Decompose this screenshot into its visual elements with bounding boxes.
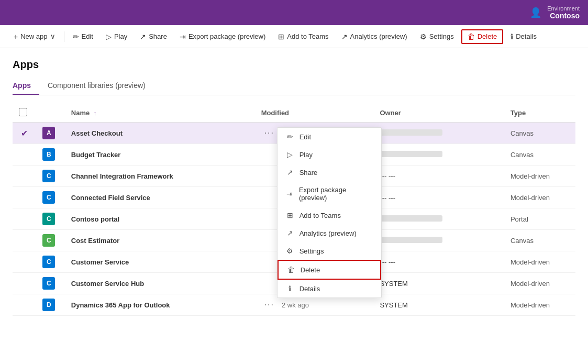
owner-blurred bbox=[380, 215, 442, 222]
row-owner-cell: --- --- bbox=[373, 187, 504, 208]
row-check-cell bbox=[13, 230, 36, 251]
app-type: Model-driven bbox=[511, 172, 550, 180]
context-menu-item-analytics[interactable]: ↗Analytics (preview) bbox=[278, 224, 381, 242]
context-menu-item-export-package[interactable]: ⇥Export package (preview) bbox=[278, 181, 381, 206]
row-name-cell: Customer Service bbox=[65, 251, 255, 273]
app-icon: C bbox=[42, 213, 55, 225]
tab-component-libraries[interactable]: Component libraries (preview) bbox=[48, 77, 154, 95]
toolbar-sep-1 bbox=[64, 31, 64, 42]
analytics-icon: ↗ bbox=[341, 32, 348, 41]
context-menu-item-share[interactable]: ↗Share bbox=[278, 163, 381, 181]
row-icon-cell: B bbox=[36, 144, 64, 166]
context-menu-item-add-to-teams[interactable]: ⊞Add to Teams bbox=[278, 206, 381, 224]
new-app-label: New app bbox=[20, 32, 47, 40]
analytics-button[interactable]: ↗ Analytics (preview) bbox=[336, 30, 413, 43]
row-type-cell: Model-driven bbox=[504, 273, 575, 294]
owner-text: SYSTEM bbox=[380, 280, 407, 288]
main-content: Apps Apps Component libraries (preview) … bbox=[0, 48, 588, 326]
context-menu-item-details[interactable]: ℹDetails bbox=[278, 280, 381, 297]
row-check-cell bbox=[13, 273, 36, 294]
environment-name: Contoso bbox=[550, 12, 580, 20]
delete-menu-icon: 🗑 bbox=[287, 266, 295, 274]
context-menu-trigger[interactable]: ··· bbox=[261, 127, 278, 139]
edit-icon: ✏ bbox=[73, 32, 79, 41]
add-to-teams-button[interactable]: ⊞ Add to Teams bbox=[273, 30, 334, 43]
edit-label: Edit bbox=[82, 32, 93, 40]
context-menu: ✏Edit▷Play↗Share⇥Export package (preview… bbox=[277, 127, 382, 298]
app-name: Contoso portal bbox=[71, 215, 119, 223]
row-type-cell: Model-driven bbox=[504, 187, 575, 208]
share-menu-label: Share bbox=[299, 169, 318, 177]
new-app-button[interactable]: + New app ∨ bbox=[8, 30, 61, 43]
row-check-cell bbox=[13, 144, 36, 166]
row-icon-cell: C bbox=[36, 208, 64, 230]
row-modified-cell: ··· 8 min ago ✏Edit▷Play↗Share⇥Export pa… bbox=[255, 123, 374, 144]
owner-blurred bbox=[380, 151, 442, 157]
play-label: Play bbox=[114, 32, 127, 40]
environment-label: Environment bbox=[547, 5, 580, 12]
add-to-teams-menu-label: Add to Teams bbox=[299, 212, 341, 219]
app-icon: C bbox=[42, 277, 55, 290]
row-owner-cell: --- --- bbox=[373, 251, 504, 273]
row-check-cell bbox=[13, 187, 36, 208]
context-menu-trigger[interactable]: ··· bbox=[261, 299, 278, 311]
context-menu-item-delete[interactable]: 🗑Delete bbox=[278, 260, 381, 280]
row-icon-cell: C bbox=[36, 251, 64, 273]
app-icon: C bbox=[42, 191, 55, 204]
share-button[interactable]: ↗ Share bbox=[135, 30, 172, 43]
play-menu-label: Play bbox=[299, 151, 313, 159]
row-owner-cell bbox=[373, 230, 504, 251]
delete-button[interactable]: 🗑 Delete bbox=[461, 29, 504, 44]
environment-info: 👤 Environment Contoso bbox=[528, 5, 580, 20]
export-package-menu-icon: ⇥ bbox=[286, 190, 294, 198]
context-menu-item-settings[interactable]: ⚙Settings bbox=[278, 242, 381, 260]
app-icon: B bbox=[42, 148, 55, 161]
app-type: Model-driven bbox=[511, 194, 550, 202]
row-check-cell bbox=[13, 166, 36, 187]
app-type: Canvas bbox=[511, 151, 534, 159]
plus-icon: + bbox=[14, 32, 18, 41]
play-button[interactable]: ▷ Play bbox=[101, 30, 132, 43]
settings-menu-label: Settings bbox=[299, 247, 324, 255]
row-check-cell: ✔ bbox=[13, 123, 36, 144]
delete-icon: 🗑 bbox=[468, 32, 475, 41]
details-menu-icon: ℹ bbox=[286, 284, 294, 293]
col-header-icon bbox=[36, 104, 64, 123]
row-check-cell bbox=[13, 294, 36, 316]
context-menu-item-edit[interactable]: ✏Edit bbox=[278, 128, 381, 146]
apps-table: Name ↑ Modified Owner Type ✔AAsset Check… bbox=[13, 104, 575, 316]
app-type: Canvas bbox=[511, 129, 534, 137]
play-icon: ▷ bbox=[106, 32, 112, 41]
table-header-row: Name ↑ Modified Owner Type bbox=[13, 104, 575, 123]
row-type-cell: Model-driven bbox=[504, 294, 575, 316]
select-all-checkbox[interactable] bbox=[19, 108, 27, 116]
modified-text: 2 wk ago bbox=[282, 301, 309, 309]
row-name-cell: Connected Field Service bbox=[65, 187, 255, 208]
row-type-cell: Canvas bbox=[504, 123, 575, 144]
tabs-container: Apps Component libraries (preview) bbox=[13, 77, 575, 95]
details-button[interactable]: ℹ Details bbox=[505, 30, 542, 43]
app-icon: A bbox=[42, 127, 55, 139]
row-owner-cell: SYSTEM bbox=[373, 273, 504, 294]
add-to-teams-label: Add to Teams bbox=[287, 32, 328, 40]
row-name-cell: Contoso portal bbox=[65, 208, 255, 230]
context-menu-item-play[interactable]: ▷Play bbox=[278, 146, 381, 163]
owner-text: --- --- bbox=[380, 172, 395, 180]
context-menu-wrapper: ··· 8 min ago ✏Edit▷Play↗Share⇥Export pa… bbox=[261, 127, 368, 139]
app-name: Asset Checkout bbox=[71, 129, 123, 137]
play-menu-icon: ▷ bbox=[286, 150, 294, 159]
app-type: Model-driven bbox=[511, 258, 550, 266]
col-header-name[interactable]: Name ↑ bbox=[65, 104, 255, 123]
row-type-cell: Model-driven bbox=[504, 251, 575, 273]
table-row[interactable]: ✔AAsset Checkout ··· 8 min ago ✏Edit▷Pla… bbox=[13, 123, 575, 144]
share-label: Share bbox=[149, 32, 167, 40]
edit-button[interactable]: ✏ Edit bbox=[68, 30, 98, 43]
owner-text: --- --- bbox=[380, 194, 395, 202]
tab-apps[interactable]: Apps bbox=[13, 77, 39, 95]
app-name: Customer Service bbox=[71, 258, 129, 266]
settings-button[interactable]: ⚙ Settings bbox=[415, 30, 459, 43]
export-package-button[interactable]: ⇥ Export package (preview) bbox=[174, 30, 271, 43]
row-icon-cell: C bbox=[36, 230, 64, 251]
details-menu-label: Details bbox=[299, 285, 320, 293]
col-header-modified[interactable]: Modified bbox=[255, 104, 374, 123]
